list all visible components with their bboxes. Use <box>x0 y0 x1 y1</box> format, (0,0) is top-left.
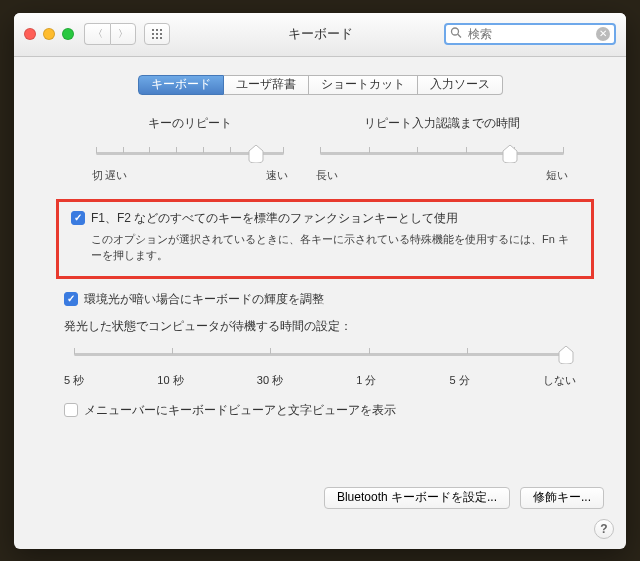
idle-tick: 1 分 <box>356 373 376 388</box>
fn-keys-checkbox[interactable] <box>71 211 85 225</box>
label-short: 短い <box>546 168 568 183</box>
grid-icon <box>151 28 163 40</box>
label-off: 切 <box>92 168 103 183</box>
traffic-lights <box>24 28 74 40</box>
idle-slider[interactable] <box>68 343 572 365</box>
show-all-button[interactable] <box>144 23 170 45</box>
help-button[interactable]: ? <box>594 519 614 539</box>
fn-keys-highlight: F1、F2 などのすべてのキーを標準のファンクションキーとして使用 このオプショ… <box>56 199 594 279</box>
slider-knob[interactable] <box>558 346 574 362</box>
menubar-label: メニューバーにキーボードビューアと文字ビューアを表示 <box>84 402 396 419</box>
key-repeat-slider: キーのリピート 切 遅い 速い <box>90 115 290 183</box>
idle-tick: 10 秒 <box>157 373 183 388</box>
delay-track[interactable] <box>320 142 564 164</box>
idle-label: 発光した状態でコンピュータが待機する時間の設定： <box>64 318 600 335</box>
delay-title: リピート入力認識までの時間 <box>314 115 570 132</box>
tab-userdict[interactable]: ユーザ辞書 <box>224 75 309 95</box>
label-slow: 遅い <box>105 168 127 183</box>
bluetooth-keyboard-button[interactable]: Bluetooth キーボードを設定... <box>324 487 510 509</box>
idle-tick: 5 分 <box>450 373 470 388</box>
idle-tick-labels: 5 秒 10 秒 30 秒 1 分 5 分 しない <box>64 373 576 388</box>
content-area: キーボード ユーザ辞書 ショートカット 入力ソース キーのリピート 切 遅い 速… <box>14 57 626 443</box>
fn-keys-label: F1、F2 などのすべてのキーを標準のファンクションキーとして使用 <box>91 210 458 227</box>
modifier-keys-button[interactable]: 修飾キー... <box>520 487 604 509</box>
label-long: 長い <box>316 168 338 183</box>
idle-tick: 30 秒 <box>257 373 283 388</box>
menubar-checkbox-row[interactable]: メニューバーにキーボードビューアと文字ビューアを表示 <box>64 402 590 419</box>
sliders-row: キーのリピート 切 遅い 速い リピート入力認識までの時間 <box>90 115 570 183</box>
close-icon[interactable] <box>24 28 36 40</box>
tab-inputsources[interactable]: 入力ソース <box>418 75 503 95</box>
forward-button[interactable]: 〉 <box>110 23 136 45</box>
idle-tick: しない <box>543 373 576 388</box>
brightness-checkbox[interactable] <box>64 292 78 306</box>
key-repeat-track[interactable] <box>96 142 284 164</box>
preferences-window: 〈 〉 キーボード ✕ キーボード ユーザ辞書 ショートカット 入力ソース キー… <box>14 13 626 549</box>
bottom-buttons: Bluetooth キーボードを設定... 修飾キー... <box>324 487 604 509</box>
svg-point-0 <box>452 28 459 35</box>
titlebar: 〈 〉 キーボード ✕ <box>14 13 626 57</box>
search-input[interactable] <box>444 23 616 45</box>
search-field[interactable]: ✕ <box>444 23 616 45</box>
idle-tick: 5 秒 <box>64 373 84 388</box>
svg-line-1 <box>458 34 461 37</box>
slider-knob[interactable] <box>248 145 264 161</box>
brightness-label: 環境光が暗い場合にキーボードの輝度を調整 <box>84 291 324 308</box>
tab-shortcuts[interactable]: ショートカット <box>309 75 418 95</box>
nav-buttons: 〈 〉 <box>84 23 170 45</box>
tab-bar: キーボード ユーザ辞書 ショートカット 入力ソース <box>40 75 600 95</box>
delay-slider: リピート入力認識までの時間 長い 短い <box>314 115 570 183</box>
menubar-checkbox[interactable] <box>64 403 78 417</box>
fn-keys-checkbox-row[interactable]: F1、F2 などのすべてのキーを標準のファンクションキーとして使用 <box>71 210 579 227</box>
minimize-icon[interactable] <box>43 28 55 40</box>
fn-keys-description: このオプションが選択されているときに、各キーに示されている特殊機能を使用するには… <box>91 231 579 264</box>
tab-keyboard[interactable]: キーボード <box>138 75 224 95</box>
zoom-icon[interactable] <box>62 28 74 40</box>
search-icon <box>450 27 462 42</box>
brightness-checkbox-row[interactable]: 環境光が暗い場合にキーボードの輝度を調整 <box>64 291 590 308</box>
clear-search-icon[interactable]: ✕ <box>596 27 610 41</box>
label-fast: 速い <box>266 168 288 183</box>
key-repeat-title: キーのリピート <box>90 115 290 132</box>
slider-knob[interactable] <box>502 145 518 161</box>
back-button[interactable]: 〈 <box>84 23 110 45</box>
